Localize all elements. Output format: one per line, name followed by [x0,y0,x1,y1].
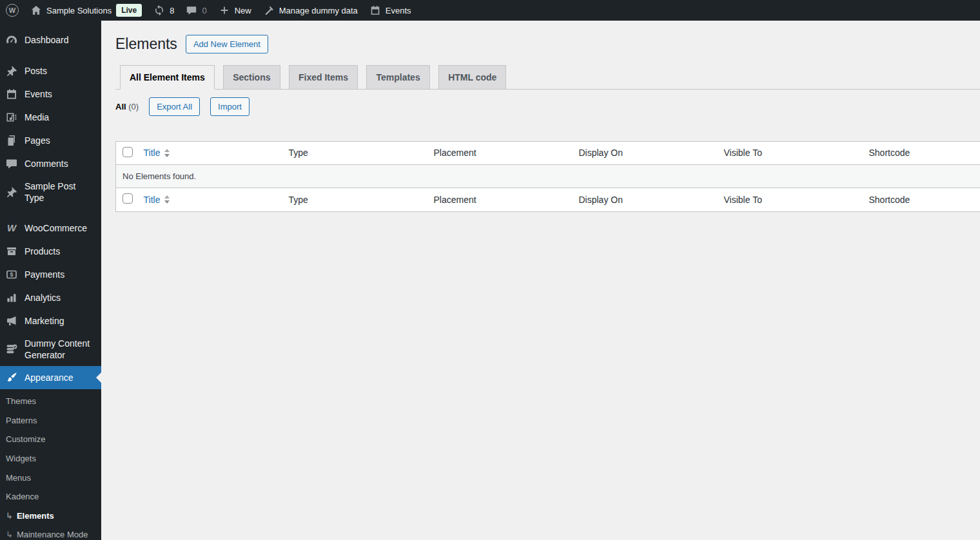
empty-state-row: No Elements found. [116,164,980,188]
sidebar-item-themes[interactable]: Themes [0,392,101,411]
pushpin-icon [5,64,18,77]
tab-all-element-items[interactable]: All Element Items [120,65,215,90]
column-placement: Placement [427,188,573,211]
import-button[interactable]: Import [210,97,250,116]
sidebar-item-elements[interactable]: ↳ Elements [0,506,101,526]
submenu-label: Themes [6,396,36,407]
sort-icon [164,195,170,204]
sidebar-item-label: Pages [24,135,50,146]
tab-templates[interactable]: Templates [366,65,429,90]
sidebar-item-posts[interactable]: Posts [0,59,101,82]
updates-count: 8 [170,6,174,15]
submenu-label: Maintenance Mode [17,530,88,540]
tab-sections[interactable]: Sections [223,65,280,90]
svg-text:$: $ [10,271,13,278]
site-name: Sample Solutions [46,6,112,15]
bar-chart-icon [5,291,18,304]
home-icon [30,5,42,16]
payments-icon: $ [5,268,18,281]
admin-sidebar: Dashboard Posts Events Media Pages Comme… [0,21,101,540]
column-shortcode: Shortcode [863,188,980,211]
comments-count: 0 [202,6,206,15]
sort-icon [164,149,170,157]
table-footer-row: Title Type Placement Display On Visible … [116,188,980,211]
sidebar-item-label: Events [24,88,52,100]
elements-table: Title Type Placement Display On Visible … [115,141,980,212]
wordpress-logo-icon: W [6,4,19,17]
sidebar-item-media[interactable]: Media [0,106,101,129]
sidebar-item-label: Posts [24,65,47,77]
sidebar-item-comments[interactable]: Comments [0,152,101,175]
appearance-submenu: Themes Patterns Customize Widgets Menus … [0,389,101,540]
sidebar-item-menus[interactable]: Menus [0,468,101,488]
sidebar-item-label: Sample Post Type [24,180,96,204]
sort-by-title-link[interactable]: Title [144,195,170,205]
menu-separator [0,209,101,217]
sidebar-item-woocommerce[interactable]: W WooCommerce [0,217,101,240]
empty-message: No Elements found. [116,164,980,188]
sidebar-item-sample-post-type[interactable]: Sample Post Type [0,175,101,209]
events-label: Events [386,6,411,15]
site-name-link[interactable]: Sample Solutions Live [24,0,148,21]
admin-bar: W Sample Solutions Live 8 0 New Manage d… [0,0,980,21]
sidebar-item-payments[interactable]: $ Payments [0,263,101,286]
events-link[interactable]: Events [364,0,417,21]
wordpress-menu[interactable]: W [0,0,24,21]
tab-fixed-items[interactable]: Fixed Items [289,65,358,90]
select-all-checkbox[interactable] [122,147,133,157]
sidebar-item-customize[interactable]: Customize [0,430,101,449]
submenu-label: Widgets [6,454,36,464]
live-badge: Live [116,4,142,17]
sidebar-item-products[interactable]: Products [0,240,101,263]
pages-icon [5,134,18,147]
pushpin-icon [5,186,18,198]
calendar-icon [5,88,18,101]
comments-bubble-icon [186,5,197,16]
column-title: Title [144,195,161,205]
sidebar-item-dashboard[interactable]: Dashboard [0,28,101,52]
child-arrow-icon: ↳ [6,511,13,521]
sidebar-item-label: Payments [24,269,64,280]
column-shortcode: Shortcode [863,141,980,164]
filter-all-label: All [115,102,126,111]
sidebar-item-label: Products [24,246,60,257]
column-type: Type [282,141,427,164]
sidebar-item-dummy-content-generator[interactable]: Dummy Content Generator [0,333,101,366]
manage-dummy-data-link[interactable]: Manage dummy data [257,0,364,21]
sidebar-item-pages[interactable]: Pages [0,129,101,152]
sort-by-title-link[interactable]: Title [144,148,170,158]
page-title: Elements [115,35,177,54]
export-all-button[interactable]: Export All [149,97,200,116]
comments-link[interactable]: 0 [180,0,212,21]
current-menu-arrow [96,372,101,383]
column-visible-to: Visible To [718,188,863,211]
comment-bubble-icon [5,157,18,170]
sidebar-item-label: Marketing [24,315,64,327]
sidebar-item-marketing[interactable]: Marketing [0,309,101,333]
update-icon [153,5,165,16]
submenu-label: Kadence [6,492,39,502]
media-icon [5,111,18,124]
main-content: Elements Add New Element All Element Ite… [101,0,980,540]
filter-all[interactable]: All (0) [115,102,139,111]
sidebar-item-widgets[interactable]: Widgets [0,449,101,468]
updates-link[interactable]: 8 [148,0,180,21]
sidebar-item-events[interactable]: Events [0,82,101,106]
sidebar-item-analytics[interactable]: Analytics [0,286,101,309]
select-all-checkbox[interactable] [122,193,133,204]
column-placement: Placement [427,141,573,164]
woocommerce-icon: W [5,222,18,235]
sidebar-item-appearance[interactable]: Appearance [0,366,101,389]
new-content-link[interactable]: New [213,0,257,21]
sidebar-item-label: Media [24,111,49,123]
manage-dummy-label: Manage dummy data [279,6,358,15]
add-new-element-button[interactable]: Add New Element [186,35,268,53]
sidebar-item-maintenance-mode[interactable]: ↳ Maintenance Mode [0,525,101,540]
plus-icon [219,5,230,16]
submenu-label: Customize [6,434,45,445]
new-label: New [235,6,251,15]
calendar-icon [369,5,381,16]
tab-html-code[interactable]: HTML code [438,65,506,90]
sidebar-item-patterns[interactable]: Patterns [0,411,101,430]
sidebar-item-kadence[interactable]: Kadence [0,487,101,506]
